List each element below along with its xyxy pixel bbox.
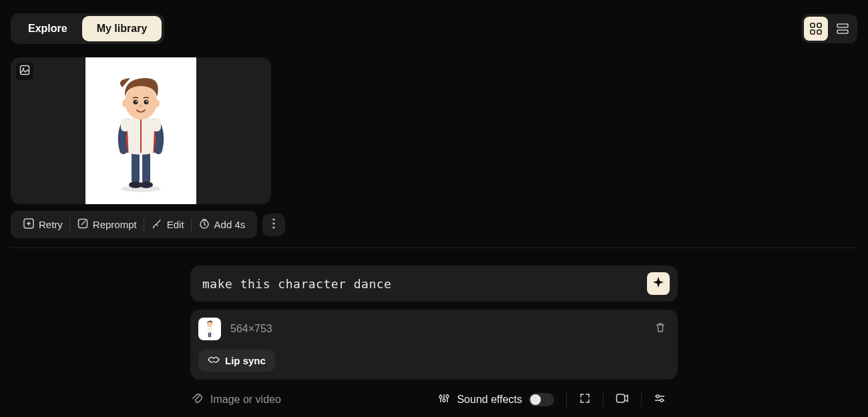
lip-sync-label: Lip sync: [225, 355, 266, 366]
reprompt-label: Reprompt: [93, 219, 137, 230]
svg-rect-33: [210, 333, 211, 338]
edit-button[interactable]: Edit: [144, 215, 191, 234]
svg-rect-31: [208, 327, 212, 333]
svg-rect-37: [617, 394, 625, 402]
svg-rect-15: [152, 118, 161, 131]
more-options-button[interactable]: [262, 214, 285, 236]
svg-rect-1: [817, 23, 821, 27]
svg-point-7: [23, 68, 25, 70]
top-bar: Explore My library: [0, 0, 868, 44]
svg-point-18: [154, 99, 160, 107]
settings-button[interactable]: [642, 392, 678, 407]
svg-point-38: [656, 395, 659, 398]
library-item-card[interactable]: [11, 57, 271, 204]
svg-point-39: [660, 399, 663, 402]
sliders-icon: [438, 392, 450, 407]
svg-point-35: [443, 399, 445, 402]
image-icon: [19, 65, 30, 78]
nav-tab-group: Explore My library: [11, 13, 164, 44]
upload-button[interactable]: Image or video: [190, 392, 281, 408]
remove-attachment-button[interactable]: [651, 320, 670, 338]
tune-icon: [654, 392, 666, 407]
composer-footer: Image or video Sound effects: [190, 392, 678, 408]
svg-point-29: [273, 226, 275, 228]
reprompt-button[interactable]: Reprompt: [70, 215, 144, 234]
view-list-button[interactable]: [831, 17, 855, 41]
edit-prompt-icon: [77, 218, 89, 232]
video-camera-icon: [616, 393, 629, 406]
trash-icon: [654, 322, 666, 336]
footer-tools: Sound effects: [426, 392, 678, 407]
svg-rect-14: [121, 118, 130, 131]
paperclip-icon: [190, 392, 204, 408]
attachment-row: 564×753: [198, 318, 670, 340]
svg-point-28: [273, 222, 275, 224]
svg-point-27: [273, 218, 275, 220]
svg-point-21: [136, 101, 137, 102]
attachment-dimensions: 564×753: [230, 323, 642, 335]
svg-rect-32: [208, 333, 210, 338]
expand-icon: [579, 392, 591, 407]
svg-point-19: [134, 100, 138, 105]
library-row: Retry Reprompt Edit Add 4s: [0, 44, 868, 238]
retry-button[interactable]: Retry: [16, 215, 69, 234]
svg-point-23: [140, 105, 142, 107]
sound-effects-control[interactable]: Sound effects: [426, 392, 566, 407]
svg-rect-5: [837, 30, 848, 33]
edit-label: Edit: [167, 219, 184, 230]
svg-point-22: [146, 101, 148, 102]
camera-button[interactable]: [604, 393, 641, 406]
sound-effects-label: Sound effects: [457, 394, 522, 406]
svg-rect-0: [811, 23, 815, 27]
svg-rect-2: [811, 30, 815, 34]
grid-icon: [810, 23, 822, 35]
timer-icon: [198, 218, 210, 232]
svg-point-30: [207, 322, 212, 327]
enhance-prompt-button[interactable]: [647, 272, 670, 295]
upload-label: Image or video: [210, 394, 281, 406]
svg-point-36: [446, 395, 449, 398]
action-pill: Retry Reprompt Edit Add 4s: [11, 211, 257, 238]
svg-rect-3: [817, 30, 821, 34]
prompt-input-row: [190, 266, 678, 302]
svg-point-12: [140, 181, 153, 188]
list-icon: [837, 23, 849, 35]
svg-point-20: [144, 100, 149, 105]
svg-rect-4: [837, 24, 848, 27]
item-type-badge: [16, 63, 33, 80]
card-thumbnail: [85, 57, 196, 204]
svg-point-17: [122, 99, 128, 107]
svg-point-16: [125, 85, 157, 119]
tab-my-library[interactable]: My library: [82, 16, 162, 41]
kebab-icon: [272, 218, 275, 232]
lip-sync-chip[interactable]: Lip sync: [198, 350, 275, 372]
view-grid-button[interactable]: [804, 17, 828, 41]
sound-effects-toggle[interactable]: [529, 393, 554, 406]
item-action-bar: Retry Reprompt Edit Add 4s: [11, 211, 857, 238]
section-divider: [11, 248, 857, 248]
sparkle-icon: [652, 276, 664, 291]
attachment-card: 564×753 Lip sync: [190, 310, 678, 380]
add-4s-label: Add 4s: [214, 219, 246, 230]
view-toggle-group: [801, 14, 857, 43]
prompt-input[interactable]: [202, 277, 647, 291]
svg-point-34: [439, 396, 442, 398]
aspect-ratio-button[interactable]: [567, 392, 603, 407]
retry-label: Retry: [39, 219, 63, 230]
attachment-thumbnail[interactable]: [198, 318, 221, 340]
retry-icon: [23, 218, 35, 232]
brush-icon: [151, 218, 163, 232]
tab-explore[interactable]: Explore: [13, 16, 82, 41]
character-illustration: [101, 67, 181, 194]
lips-icon: [208, 355, 220, 366]
add-4s-button[interactable]: Add 4s: [192, 215, 252, 234]
prompt-panel: 564×753 Lip sync Image or video: [190, 266, 678, 408]
